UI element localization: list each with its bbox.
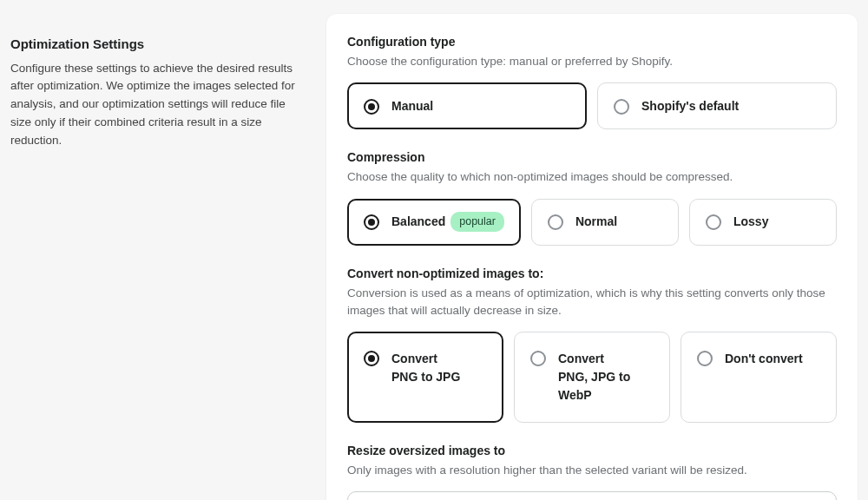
radio-icon [697, 351, 713, 366]
radio-icon [364, 99, 379, 115]
compression-label-balanced-text: Balanced [391, 213, 445, 231]
convert-label-line1: Convert [558, 350, 654, 368]
config-type-label-manual: Manual [391, 97, 433, 115]
convert-option-to-webp[interactable]: Convert PNG, JPG to WebP [514, 332, 670, 423]
section-convert: Convert non-optimized images to: Convers… [347, 265, 837, 424]
resize-description: Only images with a resolution higher tha… [347, 462, 837, 479]
compression-title: Compression [347, 148, 837, 167]
convert-option-png-to-jpg[interactable]: Convert PNG to JPG [347, 332, 503, 423]
popular-badge: popular [450, 212, 504, 232]
config-type-option-manual[interactable]: Manual [347, 82, 587, 129]
compression-label-normal: Normal [575, 213, 617, 231]
convert-title: Convert non-optimized images to: [347, 265, 837, 283]
resize-select-wrap: 2048x2048 (recommended) [347, 491, 837, 500]
config-type-title: Configuration type [347, 33, 837, 51]
convert-options: Convert PNG to JPG Convert PNG, JPG to W… [347, 332, 837, 423]
sidebar-info: Optimization Settings Configure these se… [10, 14, 306, 500]
section-compression: Compression Choose the quality to which … [347, 148, 837, 245]
sidebar-title: Optimization Settings [10, 35, 306, 55]
compression-option-lossy[interactable]: Lossy [689, 199, 837, 246]
convert-label-none: Don't convert [725, 350, 803, 368]
radio-icon [548, 214, 563, 230]
radio-icon [706, 214, 721, 230]
convert-label-line2: PNG to JPG [391, 368, 460, 386]
convert-label-line1: Convert [391, 350, 460, 368]
resize-select[interactable]: 2048x2048 (recommended) [347, 491, 837, 500]
radio-icon [614, 99, 629, 115]
section-resize: Resize oversized images to Only images w… [347, 442, 837, 500]
config-type-options: Manual Shopify's default [347, 82, 837, 129]
section-configuration-type: Configuration type Choose the configurat… [347, 33, 837, 129]
config-type-label-shopify: Shopify's default [641, 97, 739, 115]
compression-label-lossy: Lossy [733, 213, 768, 231]
settings-card: Configuration type Choose the configurat… [326, 14, 858, 500]
compression-description: Choose the quality to which non-optimize… [347, 168, 837, 186]
radio-icon [364, 214, 379, 230]
convert-label-line2: PNG, JPG to WebP [558, 368, 654, 405]
convert-description: Conversion is used as a means of optimiz… [347, 285, 837, 320]
sidebar-description: Configure these settings to achieve the … [10, 60, 306, 151]
resize-title: Resize oversized images to [347, 442, 837, 460]
radio-icon [364, 351, 379, 366]
compression-label-balanced: Balanced popular [391, 212, 504, 232]
convert-label-to-webp: Convert PNG, JPG to WebP [558, 350, 654, 405]
compression-options: Balanced popular Normal Lossy [347, 199, 837, 246]
compression-option-balanced[interactable]: Balanced popular [347, 199, 521, 246]
config-type-option-shopify[interactable]: Shopify's default [597, 82, 837, 129]
radio-icon [530, 351, 546, 366]
convert-option-none[interactable]: Don't convert [681, 332, 837, 423]
convert-label-png-to-jpg: Convert PNG to JPG [391, 350, 460, 386]
compression-option-normal[interactable]: Normal [531, 199, 679, 246]
config-type-description: Choose the configuration type: manual or… [347, 53, 837, 70]
